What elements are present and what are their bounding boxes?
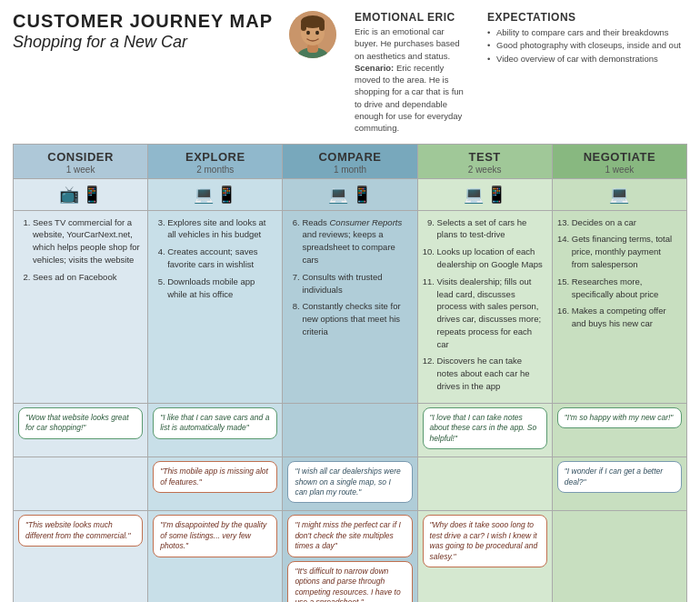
phase-header-row: CONSIDER 1 week EXPLORE 2 months COMPARE… — [14, 144, 687, 178]
explore-positive-bubble-cell: "I like that I can save cars and a list … — [148, 403, 283, 457]
phase-explore-header: EXPLORE 2 months — [148, 144, 283, 178]
explore-icon-cell: 💻 📱 — [148, 178, 283, 210]
header: CUSTOMER JOURNEY MAP Shopping for a New … — [13, 11, 687, 135]
title-block: CUSTOMER JOURNEY MAP Shopping for a New … — [13, 11, 273, 52]
action-item: Downloads mobile app while at his office — [167, 276, 275, 301]
persona-info: EMOTIONAL ERIC Eric is an emotional car … — [355, 11, 469, 135]
actions-row: Sees TV commercial for a website, YourCa… — [14, 210, 687, 403]
consider-actions: Sees TV commercial for a website, YourCa… — [14, 210, 148, 403]
action-item: Looks up location of each dealership on … — [437, 246, 545, 271]
explore-neutral-cell: "This mobile app is missing alot of feat… — [148, 457, 283, 511]
persona-section: EMOTIONAL ERIC Eric is an emotional car … — [289, 11, 687, 135]
action-item: Sees ad on Facebook — [33, 271, 141, 284]
expectations-title: EXPECTATIONS — [487, 11, 687, 24]
avatar-svg — [289, 11, 336, 58]
compare-icon-cell: 💻 📱 — [283, 178, 417, 210]
neutral-bubbles-row: "This mobile app is missing alot of feat… — [14, 457, 687, 511]
negotiate-neutral-cell: "I wonder if I can get a better deal?" — [552, 457, 686, 511]
test-icon-cell: 💻 📱 — [417, 178, 552, 210]
phase-negotiate-header: NEGOTIATE 1 week — [552, 144, 686, 178]
expectation-item: Ability to compare cars and their breakd… — [487, 26, 687, 39]
positive-bubble: "Wow that website looks great for car sh… — [18, 407, 143, 439]
phase-test-header: TEST 2 weeks — [417, 144, 552, 178]
action-item: Creates account; saves favorite cars in … — [167, 246, 275, 271]
action-item: Reads Consumer Reports and reviews; keep… — [302, 216, 410, 266]
title-subtitle: Shopping for a New Car — [13, 33, 187, 51]
phone-icon2: 📱 — [216, 185, 236, 205]
expectations: EXPECTATIONS Ability to compare cars and… — [487, 11, 687, 65]
phone-icon3: 📱 — [352, 185, 372, 205]
negative-bubble: "I might miss the perfect car if I don't… — [287, 515, 412, 557]
negotiate-positive-bubble-cell: "I'm so happy with my new car!" — [552, 403, 686, 457]
expectation-item: Good photography with closeups, inside a… — [487, 39, 687, 52]
action-item: Consults with trusted individuals — [302, 271, 410, 296]
action-item: Researches more, specifically about pric… — [572, 276, 680, 301]
expectation-item: Video overview of car with demonstration… — [487, 53, 687, 65]
negative-bubble-2: "It's difficult to narrow down options a… — [287, 561, 412, 602]
action-item: Selects a set of cars he plans to test-d… — [437, 216, 545, 242]
consider-neutral-cell — [14, 457, 148, 511]
action-item: Gets financing terms, total price, month… — [572, 233, 680, 270]
negative-bubble: "Why does it take sooo long to test driv… — [423, 515, 547, 567]
phase-compare-header: COMPARE 1 month — [283, 144, 417, 178]
svg-rect-6 — [319, 22, 325, 31]
action-item: Decides on a car — [572, 216, 680, 229]
negative-bubble: "This mobile app is missing alot of feat… — [153, 461, 277, 493]
test-actions: Selects a set of cars he plans to test-d… — [417, 210, 552, 403]
phase-consider-header: CONSIDER 1 week — [14, 144, 148, 178]
test-neutral-cell — [417, 457, 552, 511]
phone-icon4: 📱 — [486, 185, 506, 205]
journey-map-table: CONSIDER 1 week EXPLORE 2 months COMPARE… — [13, 144, 687, 602]
positive-bubble: "I'm so happy with my new car!" — [557, 407, 682, 428]
svg-rect-5 — [301, 22, 306, 31]
expectations-list: Ability to compare cars and their breakd… — [487, 26, 687, 65]
svg-point-7 — [306, 31, 310, 35]
laptop-icon4: 💻 — [609, 185, 629, 205]
action-item: Visits dealership; fills out lead card, … — [437, 276, 545, 351]
negotiate-actions: Decides on a car Gets financing terms, t… — [552, 210, 686, 403]
avatar — [289, 11, 336, 58]
laptop-icon: 💻 — [194, 185, 214, 205]
negotiate-negative-cell — [552, 511, 686, 602]
negative-bubble: "This website looks much different from … — [18, 515, 143, 547]
title-main: CUSTOMER JOURNEY MAP — [13, 11, 273, 31]
neutral-bubble: "I wonder if I can get a better deal?" — [557, 461, 682, 493]
laptop-icon3: 💻 — [464, 185, 484, 205]
svg-point-8 — [315, 31, 319, 35]
neutral-bubble: "I wish all car dealerships were shown o… — [287, 461, 412, 503]
compare-actions: Reads Consumer Reports and reviews; keep… — [283, 210, 417, 403]
compare-negative-cell: "I might miss the perfect car if I don't… — [283, 511, 417, 602]
consider-positive-bubble-cell: "Wow that website looks great for car sh… — [14, 403, 148, 457]
positive-bubbles-row: "Wow that website looks great for car sh… — [14, 403, 687, 457]
persona-description: Eric is an emotional car buyer. He purch… — [355, 25, 469, 135]
compare-neutral-cell: "I wish all car dealerships were shown o… — [283, 457, 417, 511]
positive-bubble: "I love that I can take notes about thes… — [423, 407, 547, 449]
negative-bubbles-row: "This website looks much different from … — [14, 511, 687, 602]
test-positive-bubble-cell: "I love that I can take notes about thes… — [417, 403, 552, 457]
explore-negative-cell: "I'm disappointed by the quality of some… — [148, 511, 283, 602]
action-item: Makes a competing offer and buys his new… — [572, 305, 680, 330]
positive-bubble: "I like that I can save cars and a list … — [153, 407, 277, 439]
main-title: CUSTOMER JOURNEY MAP Shopping for a New … — [13, 11, 273, 52]
action-item: Sees TV commercial for a website, YourCa… — [33, 216, 141, 266]
compare-positive-bubble-cell — [283, 403, 417, 457]
action-item: Explores site and looks at all vehicles … — [167, 216, 275, 242]
laptop-icon2: 💻 — [328, 185, 348, 205]
consider-negative-cell: "This website looks much different from … — [14, 511, 148, 602]
phone-icon: 📱 — [82, 185, 102, 205]
action-item: Discovers he can take notes about each c… — [437, 355, 545, 392]
tv-icon: 📺 — [59, 185, 79, 205]
test-negative-cell: "Why does it take sooo long to test driv… — [417, 511, 552, 602]
page: CUSTOMER JOURNEY MAP Shopping for a New … — [0, 0, 700, 602]
device-icon-row: 📺 📱 💻 📱 💻 📱 💻 📱 💻 — [14, 178, 687, 210]
action-item: Constantly checks site for new options t… — [302, 300, 410, 337]
negotiate-icon-cell: 💻 — [552, 178, 686, 210]
persona-name: EMOTIONAL ERIC — [355, 11, 469, 24]
explore-actions: Explores site and looks at all vehicles … — [148, 210, 283, 403]
negative-bubble: "I'm disappointed by the quality of some… — [153, 515, 277, 557]
consider-icon-cell: 📺 📱 — [14, 178, 148, 210]
